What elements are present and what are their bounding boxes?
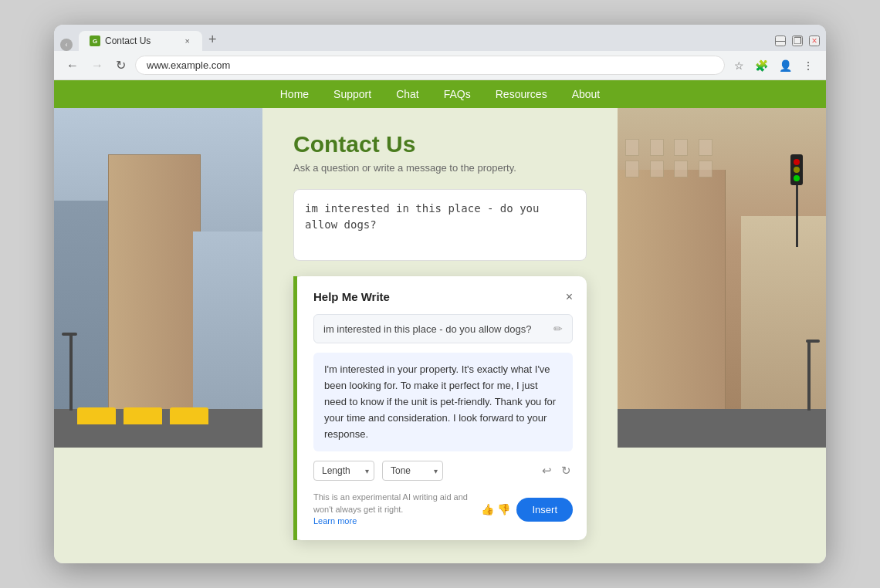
redo-button[interactable]: ↻ [560, 462, 573, 479]
generated-text-box: I'm interested in your property. It's ex… [313, 353, 573, 451]
tab-favicon: G [90, 35, 100, 46]
popup-footer: This is an experimental AI writing aid a… [313, 492, 573, 527]
building-2 [108, 154, 201, 448]
back-button[interactable]: ← [63, 57, 82, 74]
thumbs-up-button[interactable]: 👍 [481, 503, 494, 515]
maximize-button[interactable]: ❐ [792, 35, 803, 46]
address-input[interactable] [135, 56, 725, 75]
lamp-head-right [806, 340, 820, 343]
feedback-icons: 👍 👎 [481, 503, 510, 515]
reload-button[interactable]: ↻ [113, 56, 129, 74]
pencil-icon[interactable]: ✏ [553, 323, 563, 335]
tab-active[interactable]: G Contact Us × [79, 31, 202, 51]
browser-window: ‹ G Contact Us × + — ❐ × ← → ↻ ☆ 🧩 👤 ⋮ H… [54, 25, 826, 563]
nav-resources[interactable]: Resources [496, 88, 547, 100]
popup-close-button[interactable]: × [566, 291, 573, 303]
generated-text: I'm interested in your property. It's ex… [324, 363, 556, 439]
taxi-2 [124, 407, 162, 424]
profile-icon[interactable]: 👤 [776, 56, 795, 75]
street-right [618, 409, 826, 448]
page-subtitle: Ask a question or write a message to the… [293, 162, 587, 174]
insert-button[interactable]: Insert [516, 498, 573, 522]
prompt-text: im interested in this place - do you all… [323, 323, 532, 335]
taxi-1 [77, 407, 116, 424]
page-content: Contact Us Ask a question or write a mes… [54, 108, 826, 563]
nav-support[interactable]: Support [333, 88, 371, 100]
toolbar-icons: ☆ 🧩 👤 ⋮ [731, 56, 817, 75]
street-lamp [69, 333, 73, 411]
nav-about[interactable]: About [572, 88, 601, 100]
window-controls: — ❐ × [775, 35, 820, 51]
nav-home[interactable]: Home [280, 88, 309, 100]
red-light [794, 159, 800, 165]
menu-icon[interactable]: ⋮ [800, 56, 817, 75]
building-right-1 [618, 170, 726, 448]
building-windows [625, 139, 718, 177]
input-prompt-box: im interested in this place - do you all… [313, 314, 573, 343]
traffic-box [790, 154, 803, 185]
tab-controls: ‹ [60, 39, 73, 51]
street-lamp-right [807, 341, 811, 411]
tab-close-button[interactable]: × [184, 36, 191, 46]
action-icons: ↩ ↻ [540, 462, 573, 479]
traffic-light [790, 154, 803, 247]
city-background-right [618, 108, 826, 448]
length-select-wrapper: Length Short Medium Long [313, 461, 374, 481]
bookmark-icon[interactable]: ☆ [731, 56, 747, 75]
yellow-light [794, 167, 800, 173]
nav-chat[interactable]: Chat [396, 88, 419, 100]
center-content: Contact Us Ask a question or write a mes… [262, 108, 618, 563]
tab-title: Contact Us [105, 35, 151, 46]
help-me-write-popup: Help Me Write × im interested in this pl… [293, 276, 587, 539]
taxi-3 [170, 407, 208, 424]
forward-button[interactable]: → [88, 57, 107, 74]
tone-select-wrapper: Tone Formal Casual Friendly [382, 461, 443, 481]
minimize-button[interactable]: — [775, 35, 786, 46]
new-tab-button[interactable]: + [205, 32, 223, 51]
popup-header: Help Me Write × [313, 290, 573, 303]
extensions-icon[interactable]: 🧩 [752, 56, 771, 75]
green-light [794, 175, 800, 181]
nav-faqs[interactable]: FAQs [444, 88, 471, 100]
undo-button[interactable]: ↩ [540, 462, 553, 479]
message-textarea[interactable]: im interested in this place - do you all… [293, 189, 587, 261]
thumbs-down-button[interactable]: 👎 [497, 503, 510, 515]
website-content: Home Support Chat FAQs Resources About [54, 80, 826, 563]
city-background-left [54, 108, 262, 448]
tab-bar: ‹ G Contact Us × + — ❐ × [54, 25, 826, 51]
popup-controls: Length Short Medium Long Tone Formal [313, 461, 573, 481]
popup-accent-bar [293, 276, 297, 539]
page-title: Contact Us [293, 131, 587, 157]
learn-more-link[interactable]: Learn more [313, 516, 357, 525]
close-window-button[interactable]: × [809, 35, 820, 46]
popup-title: Help Me Write [313, 290, 390, 303]
tab-chevron-btn[interactable]: ‹ [60, 39, 73, 51]
footer-disclaimer: This is an experimental AI writing aid a… [313, 492, 475, 527]
length-select[interactable]: Length Short Medium Long [313, 461, 374, 481]
tone-select[interactable]: Tone Formal Casual Friendly [382, 461, 443, 481]
address-bar: ← → ↻ ☆ 🧩 👤 ⋮ [54, 51, 826, 80]
site-nav: Home Support Chat FAQs Resources About [54, 80, 826, 108]
lamp-head [62, 333, 77, 336]
traffic-pole [796, 185, 798, 247]
